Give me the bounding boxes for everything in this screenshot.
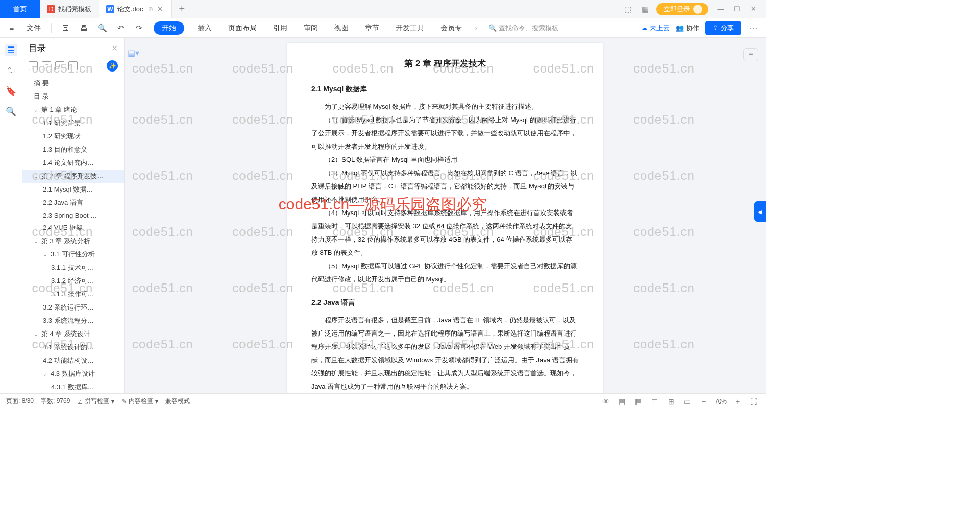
share-button[interactable]: ⇪ 分享 [705,21,741,35]
feedback-flag-icon[interactable]: ◂ [754,201,766,222]
tab-member[interactable]: 会员专 [437,21,465,35]
outline-item[interactable]: 2.1 Mysql 数据… [22,183,124,196]
close-icon[interactable]: ✕ [156,4,164,14]
outline-item[interactable]: 4.1 系统设计的… [22,341,124,354]
wps-doc-icon: W [106,5,114,13]
outline-item[interactable]: 摘 要 [22,77,124,90]
page-indicator[interactable]: 页面: 8/30 [6,397,34,406]
view-layout-icon[interactable]: ▤ [617,396,628,407]
clipboard-icon[interactable]: 🗂 [5,64,17,77]
bookmark-icon[interactable]: 🔖 [5,85,17,97]
outline-item[interactable]: ⌄3.1 可行性分析 [22,248,124,261]
minimize-button[interactable]: — [714,3,728,15]
plus-icon[interactable]: + [55,61,64,70]
ruler-icon[interactable]: ⊞ [666,396,677,407]
menu-icon[interactable]: ≡ [5,21,18,35]
outline-item[interactable]: 3.3 系统流程分… [22,314,124,327]
tab-start[interactable]: 开始 [154,21,184,35]
eye-icon[interactable]: 👁 [600,396,611,407]
spell-check[interactable]: ☑ 拼写检查 ▾ [77,397,114,406]
minus-icon[interactable]: − [68,61,78,70]
outline-item[interactable]: 3.1.1 技术可… [22,261,124,274]
find-icon[interactable]: 🔍 [5,105,17,117]
outline-item[interactable]: ⌄第 2 章 程序开发技… [22,170,124,183]
outline-item[interactable]: 2.2 Java 语言 [22,196,124,209]
tab-review[interactable]: 审阅 [301,21,321,35]
outline-item[interactable]: 1.2 研究现状 [22,130,124,143]
expand-all-icon[interactable]: ⌄ [29,61,38,70]
apps-icon[interactable]: ▦ [639,3,651,15]
outline-item[interactable]: 3.2 系统运行环… [22,301,124,314]
outline-item-label: 4.3.1 数据库… [51,383,94,392]
save-icon[interactable]: 🖫 [59,21,72,35]
tab-template[interactable]: D 找稻壳模板 [40,0,99,18]
redo-icon[interactable]: ↷ [132,21,145,35]
statusbar: 页面: 8/30 字数: 9769 ☑ 拼写检查 ▾ ✎ 内容检查 ▾ 兼容模式… [0,393,766,409]
outline-item[interactable]: 3.1.3 操作可… [22,288,124,301]
zoom-out-icon[interactable]: − [698,396,709,407]
tab-page-layout[interactable]: 页面布局 [225,21,260,35]
chevron-down-icon: ⌄ [34,331,39,337]
tab-insert[interactable]: 插入 [194,21,215,35]
outline-item[interactable]: 1.3 目的和意义 [22,143,124,156]
paragraph-tool-icon[interactable]: ▤▾ [128,48,140,60]
document-area[interactable]: ▤▾ ≡ ◂ 第 2 章 程序开发技术 2.1 Mysql 数据库 为了更容易理… [125,38,766,393]
outline-item[interactable]: 1.4 论文研究内… [22,156,124,170]
outline-item[interactable]: 2.3 Spring Boot … [22,209,124,221]
chevron-right-icon[interactable]: › [475,25,477,32]
chevron-down-icon: ⌄ [43,371,48,377]
print-icon[interactable]: 🖶 [77,21,90,35]
tab-chapter[interactable]: 章节 [362,21,382,35]
close-window-button[interactable]: ✕ [746,3,761,15]
zoom-level[interactable]: 70% [715,398,727,405]
tab-reference[interactable]: 引用 [270,21,290,35]
outline-item[interactable]: 1.1 研究背景 [22,116,124,130]
outline-item[interactable]: 目 录 [22,90,124,103]
titlebar: 首页 D 找稻壳模板 W 论文.doc ⎚ ✕ + ⬚ ▦ 立即登录 — ☐ ✕ [0,0,766,18]
collapse-all-icon[interactable]: ⌃ [42,61,51,70]
close-icon[interactable]: ✕ [111,43,118,53]
tab-document[interactable]: W 论文.doc ⎚ ✕ [99,0,172,18]
side-tool-icon[interactable]: ≡ [743,48,758,61]
outline-icon[interactable]: ☰ [5,44,17,56]
outline-item[interactable]: ⌄4.3 数据库设计 [22,367,124,381]
ai-assistant-icon[interactable]: ✨ [107,60,118,72]
new-tab-button[interactable]: + [172,3,192,15]
tab-device-icon[interactable]: ⎚ [149,5,153,13]
command-search[interactable]: 🔍 查找命令、搜索模板 [488,23,558,33]
zoom-in-icon[interactable]: + [732,396,743,407]
file-menu[interactable]: 文件 [23,21,44,35]
tab-view[interactable]: 视图 [331,21,352,35]
outline-item-label: 摘 要 [34,79,49,88]
undo-icon[interactable]: ↶ [114,21,127,35]
outline-item-label: 3.1.1 技术可… [51,263,94,272]
outline-item-label: 2.3 Spring Boot … [43,211,97,219]
outline-list[interactable]: 摘 要目 录⌄第 1 章 绪论1.1 研究背景1.2 研究现状1.3 目的和意义… [22,74,124,393]
outline-item[interactable]: 4.3.1 数据库… [22,381,124,393]
outline-item[interactable]: ⌄第 3 章 系统分析 [22,234,124,248]
maximize-button[interactable]: ☐ [730,3,744,15]
content-check[interactable]: ✎ 内容检查 ▾ [121,397,158,406]
preview-icon[interactable]: 🔍 [95,21,109,35]
outline-item[interactable]: 4.2 功能结构设… [22,354,124,367]
tab-label: 找稻壳模板 [58,5,91,14]
fullscreen-icon[interactable]: ⛶ [748,396,760,407]
collab-button[interactable]: 👥 协作 [676,23,699,33]
more-icon[interactable]: ⋯ [747,22,761,34]
outline-item[interactable]: 2.4 VUE 框架 [22,221,124,234]
paragraph: （2）SQL 数据语言在 Mysql 里面也同样适用 [311,153,579,167]
tab-home[interactable]: 首页 [0,0,40,18]
section-title: 2.2 Java 语言 [311,295,579,310]
outline-item[interactable]: ⌄第 1 章 绪论 [22,103,124,116]
cloud-status[interactable]: ☁ 未上云 [641,23,670,33]
view-web-icon[interactable]: ▦ [633,396,644,407]
search-icon: 🔍 [488,24,497,32]
outline-item[interactable]: 3.1.2 经济可… [22,274,124,288]
login-button[interactable]: 立即登录 [656,3,708,15]
layout-icon[interactable]: ⬚ [622,3,634,15]
tab-dev-tools[interactable]: 开发工具 [393,21,427,35]
section-icon[interactable]: ▭ [682,396,693,407]
view-outline-icon[interactable]: ▥ [649,396,660,407]
word-count[interactable]: 字数: 9769 [41,397,70,406]
outline-item[interactable]: ⌄第 4 章 系统设计 [22,327,124,341]
